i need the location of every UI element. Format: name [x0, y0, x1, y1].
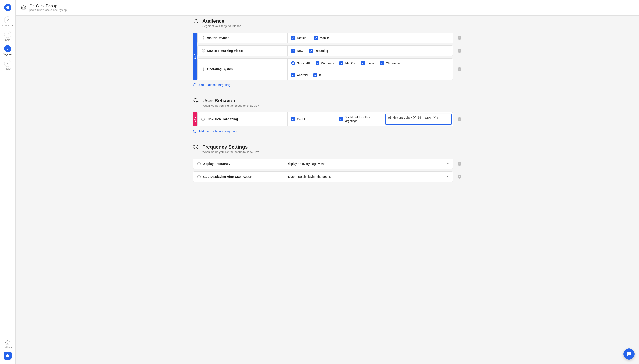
option-mobile[interactable]: Mobile — [314, 36, 329, 40]
briefcase-icon — [6, 354, 10, 358]
option-enable[interactable]: Enable — [291, 117, 307, 121]
option-select-all[interactable]: Select All — [291, 61, 310, 65]
logo — [4, 4, 11, 11]
audience-rules: AND Visitor Devices — [193, 32, 462, 80]
chat-icon — [626, 351, 632, 357]
behavior-rules: ANY On-Click Targeting — [193, 112, 462, 126]
operator-and-toggle[interactable]: AND — [193, 32, 197, 80]
plus-circle-icon — [193, 83, 197, 87]
remove-rule-button[interactable] — [458, 36, 462, 40]
checkbox-linux[interactable] — [361, 61, 365, 65]
svg-point-2 — [195, 19, 197, 21]
option-returning[interactable]: Returning — [309, 49, 328, 53]
page-header: On-Click Popup poetic-muffin-cbc3ee.netl… — [16, 0, 639, 16]
cursor-click-icon — [193, 98, 199, 104]
page-subtitle: poetic-muffin-cbc3ee.netlify.app — [29, 8, 67, 12]
step-style[interactable]: Style — [4, 31, 11, 41]
checkbox-disable-others[interactable] — [339, 117, 343, 121]
remove-rule-button[interactable] — [458, 49, 462, 53]
section-title: Frequency Settings — [202, 144, 259, 150]
chevron-down-icon — [446, 162, 449, 166]
section-title: Audience — [202, 18, 241, 24]
check-icon — [4, 16, 11, 24]
step-label: Publish — [4, 68, 11, 70]
checkbox-ios[interactable] — [313, 73, 317, 77]
checkbox-new[interactable] — [291, 49, 295, 53]
section-subtitle: When would you like the popup to show up… — [202, 104, 259, 107]
option-chromium[interactable]: Chromium — [380, 61, 400, 65]
section-subtitle: Segment your target audience — [202, 24, 241, 28]
gear-icon — [5, 340, 10, 345]
option-macos[interactable]: MacOs — [340, 61, 355, 65]
step-label: Customize — [3, 24, 13, 27]
option-new[interactable]: New — [291, 49, 303, 53]
step-number: 3 — [4, 45, 11, 52]
checkbox-chromium[interactable] — [380, 61, 384, 65]
operator-any-toggle[interactable]: ANY — [193, 112, 197, 126]
step-publish[interactable]: 4 Publish — [4, 60, 11, 70]
select-value: Display on every page view — [287, 162, 325, 166]
page-title: On-Click Popup — [29, 4, 67, 8]
checkbox-windows[interactable] — [315, 61, 320, 65]
checkbox-mobile[interactable] — [314, 36, 318, 40]
checkbox-desktop[interactable] — [291, 36, 295, 40]
chat-fab-button[interactable] — [623, 348, 634, 360]
settings-label: Settings — [4, 346, 12, 348]
rule-label: Stop Displaying After User Action — [203, 175, 252, 178]
add-audience-targeting-button[interactable]: Add audience targeting — [193, 83, 462, 87]
rule-visitor-devices: Visitor Devices Desktop — [197, 32, 462, 43]
checkbox-returning[interactable] — [309, 49, 313, 53]
step-customize[interactable]: Customize — [3, 16, 13, 27]
rule-label: Display Frequency — [203, 162, 230, 166]
code-snippet-input[interactable] — [385, 114, 452, 125]
check-icon — [4, 31, 11, 38]
info-icon[interactable] — [197, 162, 201, 166]
checkbox-macos[interactable] — [340, 61, 344, 65]
option-android[interactable]: Android — [291, 73, 307, 77]
rule-new-returning: New or Returning Visitor New — [197, 46, 462, 56]
option-disable-others[interactable]: Disable all the other targetings — [339, 116, 381, 123]
info-icon[interactable] — [197, 175, 201, 178]
audience-section: Audience Segment your target audience AN… — [193, 17, 462, 87]
history-icon — [193, 144, 199, 150]
info-icon[interactable] — [202, 36, 205, 40]
section-title: User Behavior — [202, 98, 259, 104]
svg-point-15 — [203, 68, 203, 68]
rule-on-click-targeting: On-Click Targeting Enable — [197, 112, 462, 126]
add-behavior-targeting-button[interactable]: Add user behavior targeting — [193, 130, 462, 133]
workspace-button[interactable] — [4, 352, 12, 360]
left-rail: Customize Style 3 Segment 4 Publish Sett… — [0, 0, 16, 364]
rule-operating-system: Operating System Select All — [197, 58, 462, 80]
step-label: Style — [5, 39, 10, 41]
remove-rule-button[interactable] — [458, 67, 462, 71]
rule-label: On-Click Targeting — [207, 117, 238, 121]
behavior-section: User Behavior When would you like the po… — [193, 97, 462, 133]
rule-display-frequency: Display Frequency Display on every page … — [193, 158, 462, 169]
step-segment[interactable]: 3 Segment — [3, 45, 12, 56]
remove-rule-button[interactable] — [458, 175, 462, 179]
remove-rule-button[interactable] — [458, 162, 462, 166]
info-icon[interactable] — [201, 118, 205, 121]
checkbox-android[interactable] — [291, 73, 295, 77]
settings-button[interactable]: Settings — [4, 340, 12, 348]
option-linux[interactable]: Linux — [361, 61, 374, 65]
rule-label: Operating System — [207, 68, 234, 71]
select-value: Never stop displaying the popup — [287, 175, 331, 178]
remove-rule-button[interactable] — [458, 117, 462, 121]
rule-label: New or Returning Visitor — [207, 49, 243, 52]
user-icon — [193, 18, 199, 24]
info-icon[interactable] — [202, 49, 205, 52]
info-icon[interactable] — [202, 68, 205, 71]
option-ios[interactable]: IOS — [313, 73, 325, 77]
svg-point-5 — [203, 37, 203, 37]
step-label: Segment — [3, 53, 12, 56]
radio-select-all[interactable] — [291, 61, 295, 65]
stop-displaying-select[interactable]: Never stop displaying the popup — [283, 172, 453, 182]
checkbox-enable[interactable] — [291, 117, 295, 121]
section-subtitle: When would you like the popup to show up… — [202, 150, 259, 154]
step-number: 4 — [4, 60, 11, 67]
chevron-down-icon — [446, 175, 449, 179]
option-windows[interactable]: Windows — [315, 61, 334, 65]
option-desktop[interactable]: Desktop — [291, 36, 308, 40]
display-frequency-select[interactable]: Display on every page view — [283, 159, 453, 169]
